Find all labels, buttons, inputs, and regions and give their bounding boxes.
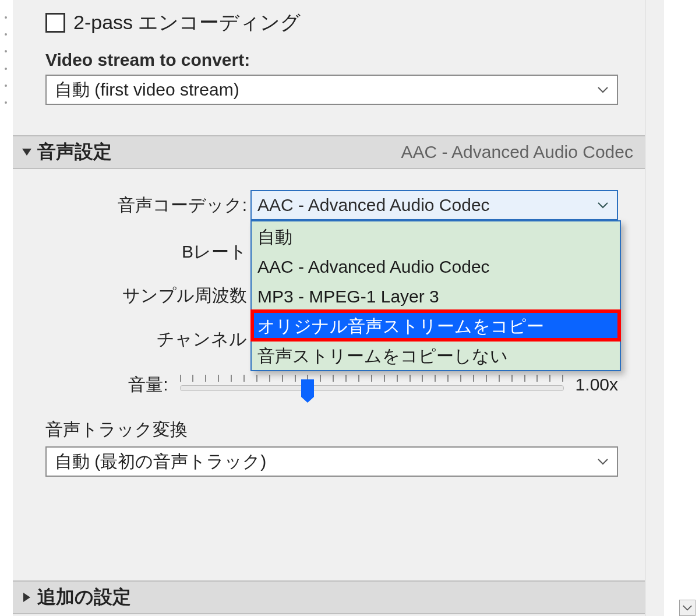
codec-option-aac[interactable]: AAC - Advanced Audio Codec	[252, 251, 620, 281]
audio-header-subtitle: AAC - Advanced Audio Codec	[401, 142, 633, 162]
codec-option-auto[interactable]: 自動	[252, 221, 620, 251]
scrollbar-gutter[interactable]	[645, 0, 664, 616]
slider-ticks-icon	[180, 375, 564, 383]
volume-row: 音量: 1.00x	[45, 371, 618, 398]
audio-track-label: 音声トラック変換	[45, 418, 618, 442]
audio-track-value: 自動 (最初の音声トラック)	[55, 450, 266, 474]
encoder-settings-panel: 2-pass エンコーディング Video stream to convert:…	[0, 0, 699, 616]
codec-option-copy-original[interactable]: オリジナル音声ストリームをコピー	[252, 311, 620, 340]
svg-marker-1	[23, 593, 30, 602]
extra-header-title: 追加の設定	[37, 585, 131, 610]
grip-dots-icon	[5, 16, 8, 104]
codec-option-mp3[interactable]: MP3 - MPEG-1 Layer 3	[252, 281, 620, 311]
codec-option-no-audio[interactable]: 音声ストリームをコピーしない	[252, 340, 620, 370]
audio-codec-dropdown[interactable]: 自動 AAC - Advanced Audio Codec MP3 - MPEG…	[250, 220, 621, 371]
volume-label: 音量:	[45, 373, 168, 397]
samplerate-label: サンプル周波数	[45, 284, 250, 308]
chevron-down-icon	[597, 457, 609, 466]
video-stream-label: Video stream to convert:	[45, 50, 618, 70]
volume-value: 1.00x	[576, 375, 618, 395]
panel-grip[interactable]	[0, 0, 13, 616]
scroll-down-button[interactable]	[679, 600, 696, 616]
outer-scroll-strip	[664, 0, 699, 616]
slider-track	[180, 385, 564, 391]
chevron-down-icon	[597, 201, 609, 209]
chevron-down-icon	[597, 86, 609, 94]
two-pass-row: 2-pass エンコーディング	[45, 9, 618, 36]
channel-label: チャンネル	[45, 328, 250, 351]
expander-open-icon	[21, 146, 33, 158]
audio-codec-select[interactable]: AAC - Advanced Audio Codec	[250, 190, 618, 220]
video-stream-value: 自動 (first video stream)	[55, 78, 239, 102]
audio-section-header[interactable]: 音声設定 AAC - Advanced Audio Codec	[13, 135, 645, 169]
video-stream-select[interactable]: 自動 (first video stream)	[45, 75, 618, 105]
slider-thumb[interactable]	[301, 379, 314, 397]
audio-settings-body: 音声コーデック: AAC - Advanced Audio Codec 自動 A…	[13, 169, 645, 580]
two-pass-label: 2-pass エンコーディング	[73, 9, 301, 36]
audio-codec-label: 音声コーデック:	[45, 193, 250, 217]
two-pass-checkbox[interactable]	[45, 13, 65, 33]
extra-section-header[interactable]: 追加の設定	[13, 580, 645, 614]
audio-track-select[interactable]: 自動 (最初の音声トラック)	[45, 446, 618, 477]
video-settings-body: 2-pass エンコーディング Video stream to convert:…	[13, 0, 645, 135]
settings-column: 2-pass エンコーディング Video stream to convert:…	[13, 0, 645, 616]
volume-slider[interactable]	[180, 371, 564, 398]
audio-codec-row: 音声コーデック: AAC - Advanced Audio Codec 自動 A…	[45, 190, 618, 220]
expander-closed-icon	[21, 592, 33, 603]
audio-codec-value: AAC - Advanced Audio Codec	[257, 195, 490, 215]
bitrate-label: Bレート	[45, 240, 250, 264]
audio-header-title: 音声設定	[37, 139, 112, 165]
svg-marker-0	[22, 149, 31, 156]
